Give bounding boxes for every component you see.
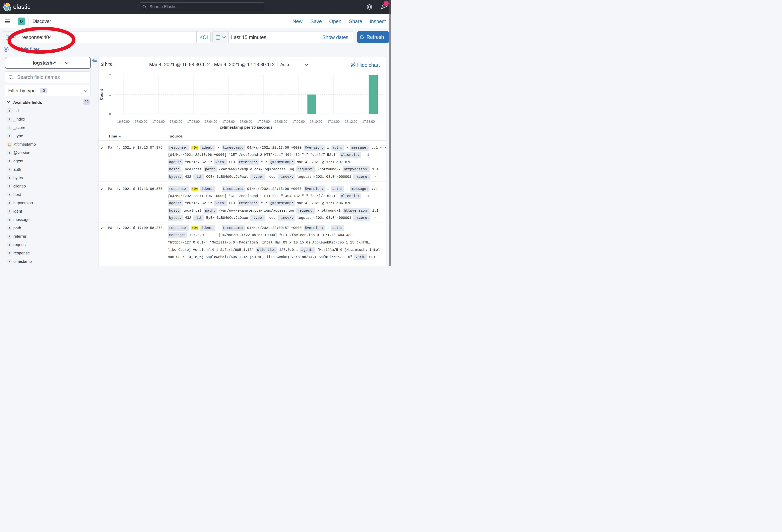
svg-text:@timestamp per 30 seconds: @timestamp per 30 seconds <box>220 125 273 129</box>
svg-text:17:08:00: 17:08:00 <box>275 120 287 123</box>
svg-text:17:04:00: 17:04:00 <box>205 120 217 123</box>
svg-text:17:06:00: 17:06:00 <box>240 120 252 123</box>
svg-text:0: 0 <box>109 112 111 116</box>
svg-text:17:05:00: 17:05:00 <box>222 120 235 123</box>
svg-text:17:09:00: 17:09:00 <box>292 120 305 123</box>
svg-text:17:02:00: 17:02:00 <box>170 120 182 123</box>
svg-text:17:11:00: 17:11:00 <box>327 120 340 123</box>
svg-text:17:13:00: 17:13:00 <box>362 120 375 123</box>
svg-text:16:59:00: 16:59:00 <box>117 120 130 123</box>
svg-text:17:12:00: 17:12:00 <box>345 120 357 123</box>
svg-text:2: 2 <box>109 74 111 77</box>
svg-text:17:07:00: 17:07:00 <box>257 120 270 123</box>
svg-text:17:01:00: 17:01:00 <box>152 120 165 123</box>
svg-text:17:00:00: 17:00:00 <box>135 120 147 123</box>
svg-text:17:03:00: 17:03:00 <box>187 120 200 123</box>
svg-text:Count: Count <box>99 89 104 100</box>
svg-text:1: 1 <box>109 93 111 96</box>
svg-text:17:10:00: 17:10:00 <box>310 120 322 123</box>
